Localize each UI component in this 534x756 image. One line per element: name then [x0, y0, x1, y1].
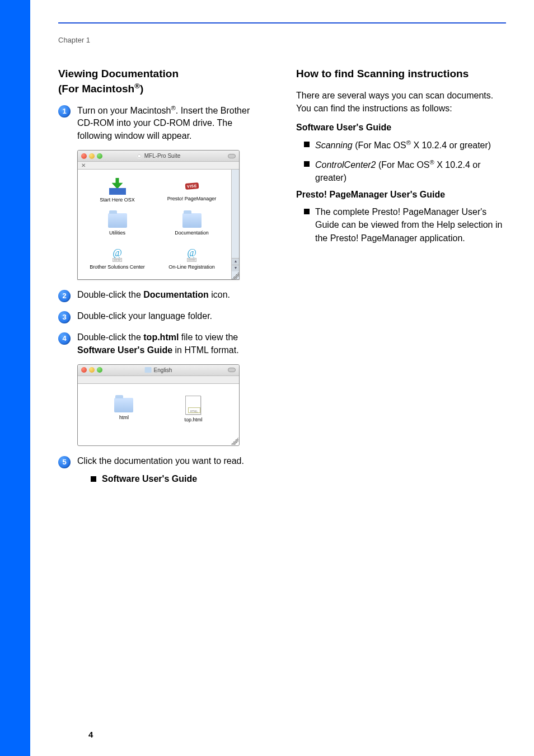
subhead-presto-guide: Presto! PageManager User's Guide [296, 190, 506, 200]
left-heading-line2-post: ) [140, 83, 143, 95]
folder-icon [145, 367, 152, 373]
right-heading: How to find Scanning instructions [296, 67, 506, 81]
close-icon [81, 153, 87, 159]
right-bullet-presto: The complete Presto! PageManager User's … [304, 205, 506, 245]
reg-mark: ® [406, 139, 411, 146]
square-bullet-icon [304, 161, 310, 167]
square-bullet-icon [91, 476, 96, 482]
reg-mark: ® [134, 82, 140, 90]
step2-pre: Double-click the [77, 290, 143, 299]
start-here-osx-label: Start Here OSX [100, 197, 135, 203]
step-5: 5 Click the documentation you want to re… [58, 455, 268, 486]
step2-bold: Documentation [143, 290, 208, 299]
left-heading-line2-pre: (For Macintosh [58, 83, 134, 95]
step4-bold2: Software User's Guide [77, 345, 172, 355]
top-rule [58, 22, 506, 24]
toolbar-pill-icon [228, 368, 236, 372]
step-number-4: 4 [58, 332, 71, 345]
chapter-label: Chapter 1 [58, 36, 506, 44]
resize-handle-icon [231, 437, 238, 445]
step5-sub-label: Software User's Guide [102, 473, 197, 485]
step4-post: in HTML format. [172, 345, 239, 355]
window-titlebar: MFL-Pro Suite [78, 151, 239, 162]
step-number-5: 5 [58, 456, 71, 468]
controlcenter-rest-pre: (For Mac OS [376, 160, 430, 170]
reg-mark: ® [430, 159, 434, 166]
square-bullet-icon [304, 142, 310, 147]
scroll-up-icon: ▴ [232, 258, 239, 265]
http-icon: @ HTTP [187, 248, 196, 262]
step-number-1: 1 [58, 105, 71, 118]
scanning-rest-pre: (For Mac OS [353, 140, 406, 150]
right-bullet-scanning: Scanning (For Mac OS® X 10.2.4 or greate… [304, 138, 506, 152]
step5-sublist: Software User's Guide [91, 473, 268, 485]
online-registration-item: @ HTTP On-Line Registration [154, 242, 229, 276]
step4-pre: Double-click the [77, 332, 143, 342]
scroll-down-icon: ▾ [232, 265, 239, 271]
step2-post: icon. [209, 290, 230, 299]
page-content: Chapter 1 Viewing Documentation (For Mac… [30, 0, 534, 756]
brother-solutions-center-item: @ HTTP Brother Solutions Center [80, 242, 154, 276]
installer-icon [109, 178, 126, 195]
online-registration-label: On-Line Registration [168, 264, 215, 270]
html-badge: HTML [187, 410, 200, 413]
left-heading: Viewing Documentation (For Macintosh®) [58, 67, 268, 96]
right-column: How to find Scanning instructions There … [296, 67, 506, 494]
figure-english-folder-window: English html HTML [77, 364, 268, 446]
right-bullet-controlcenter: ControlCenter2 (For Mac OS® X 10.2.4 or … [304, 158, 506, 185]
minimize-icon [89, 153, 95, 159]
http-icon: @ HTTP [113, 248, 122, 262]
documentation-item: Documentation [154, 207, 229, 241]
toolbar-pill-icon [228, 154, 236, 158]
step-number-3: 3 [58, 311, 71, 323]
hammer-icon: ✕ [81, 162, 86, 168]
top-html-file-item: HTML top.html [184, 396, 202, 422]
presto-text: The complete Presto! PageManager User's … [315, 205, 506, 245]
scanning-rest-post: X 10.2.4 or greater) [411, 140, 491, 150]
top-html-file-label: top.html [184, 417, 202, 422]
blue-sidebar [0, 0, 30, 756]
http-label: HTTP [113, 258, 122, 262]
window-toolbar: ✕ [78, 162, 239, 170]
resize-handle-icon [232, 271, 240, 279]
close-icon [81, 367, 87, 373]
step-4: 4 Double-click the top.html file to view… [58, 331, 268, 356]
step5-text: Click the documentation you want to read… [77, 456, 244, 466]
window-title: English [154, 367, 172, 373]
step-1: 1 Turn on your Macintosh®. Insert the Br… [58, 104, 268, 143]
page-number: 4 [88, 730, 93, 739]
step1-pre: Turn on your Macintosh [77, 106, 171, 115]
scrollbar: ▴ ▾ [231, 170, 239, 279]
folder-icon [114, 398, 133, 412]
reg-mark: ® [171, 105, 175, 111]
left-column: Viewing Documentation (For Macintosh®) 1… [58, 67, 268, 494]
vise-badge: VISE [185, 182, 199, 190]
utilities-label: Utilities [109, 230, 125, 236]
folder-icon [182, 213, 202, 228]
window-titlebar: English [78, 365, 239, 376]
html-folder-label: html [119, 415, 129, 420]
step-number-2: 2 [58, 290, 71, 302]
left-heading-line1: Viewing Documentation [58, 68, 179, 79]
square-bullet-icon [304, 209, 310, 214]
http-label: HTTP [187, 258, 196, 262]
step4-bold1: top.html [143, 332, 179, 342]
zoom-icon [97, 153, 102, 159]
html-folder-item: html [114, 398, 133, 420]
zoom-icon [97, 367, 102, 373]
subhead-software-guide: Software User's Guide [296, 123, 506, 133]
html-file-icon: HTML [185, 396, 201, 415]
controlcenter-italic: ControlCenter2 [315, 160, 376, 170]
disc-icon [137, 153, 142, 159]
brother-solutions-center-label: Brother Solutions Center [90, 264, 145, 270]
step-2: 2 Double-click the Documentation icon. [58, 289, 268, 302]
presto-pagemanager-item: VISE Presto! PageManager [154, 173, 229, 207]
window-toolbar [78, 376, 239, 384]
step3-text: Double-click your language folder. [77, 310, 268, 323]
figure-mfl-pro-suite-window: MFL-Pro Suite ✕ Start [77, 150, 268, 280]
utilities-item: Utilities [80, 207, 154, 241]
step-3: 3 Double-click your language folder. [58, 310, 268, 323]
scanning-italic: Scanning [315, 140, 353, 150]
step4-mid: file to view the [179, 332, 238, 342]
minimize-icon [89, 367, 95, 373]
